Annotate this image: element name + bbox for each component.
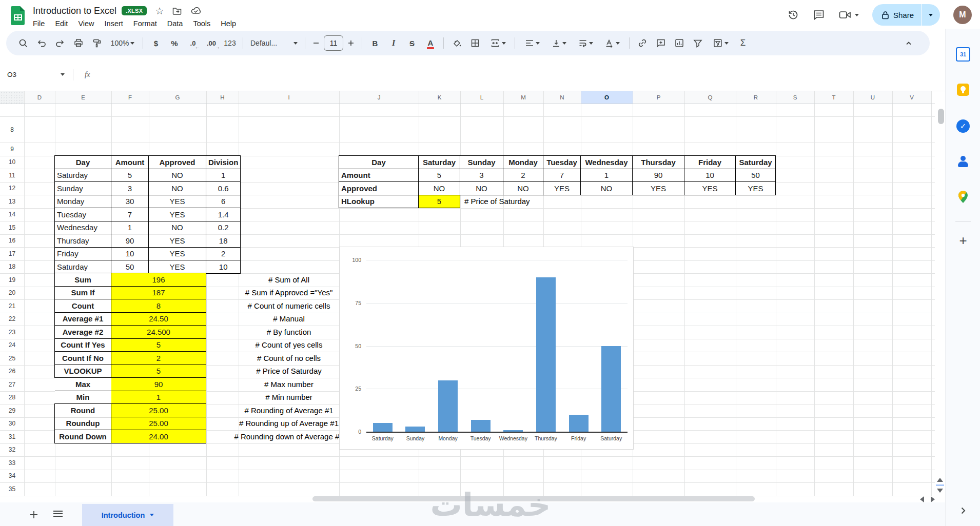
cell-comment[interactable]: # Count of no cells (239, 352, 339, 365)
header-cell[interactable]: Friday (684, 156, 736, 169)
insert-comment-icon[interactable] (652, 34, 670, 52)
summary-value[interactable]: 1 (111, 391, 206, 404)
header-cell[interactable]: Sunday (460, 156, 503, 169)
row-label[interactable]: Amount (339, 169, 419, 182)
row-header-26[interactable]: 26 (0, 365, 24, 378)
star-icon[interactable]: ☆ (155, 5, 164, 17)
menu-format[interactable]: Format (129, 18, 161, 29)
cell[interactable]: 50 (736, 169, 776, 182)
column-header-S[interactable]: S (776, 91, 814, 104)
menu-edit[interactable]: Edit (51, 18, 72, 29)
row-header-11[interactable]: 11 (0, 169, 24, 182)
cell[interactable]: Wednesday (55, 221, 111, 234)
cell[interactable]: 7 (111, 208, 149, 221)
add-sheet-button[interactable] (27, 508, 41, 522)
italic-icon[interactable]: I (385, 34, 402, 52)
cell[interactable]: 0.2 (206, 221, 241, 234)
borders-icon[interactable] (466, 34, 484, 52)
cell[interactable]: 90 (633, 169, 684, 182)
text-rotation-dropdown[interactable] (616, 42, 620, 45)
cell[interactable]: 7 (543, 169, 581, 182)
header-cell[interactable]: Day (55, 156, 111, 169)
embedded-chart[interactable]: 0255075100SaturdaySundayMondayTuesdayWed… (339, 247, 634, 450)
summary-label[interactable]: Sum If (55, 286, 111, 299)
cell[interactable]: 1.4 (206, 208, 241, 221)
move-folder-icon[interactable] (172, 6, 182, 16)
summary-label[interactable]: Average #1 (55, 312, 111, 326)
column-header-P[interactable]: P (633, 91, 684, 104)
summary-label[interactable]: Round Down (55, 430, 111, 443)
cell[interactable]: 10 (684, 169, 736, 182)
summary-value[interactable]: 8 (111, 299, 206, 313)
row-header-34[interactable]: 34 (0, 470, 24, 483)
scroll-up-arrow[interactable] (937, 478, 943, 482)
fill-color-icon[interactable] (448, 34, 465, 52)
filter-views-dropdown[interactable] (724, 42, 729, 45)
row-header-25[interactable]: 25 (0, 352, 24, 365)
cell[interactable]: NO (149, 221, 206, 234)
cell-comment[interactable]: # Price of Saturday (464, 195, 618, 208)
sheet-tab-introduction[interactable]: Introduction (82, 504, 173, 526)
cell[interactable]: 90 (111, 234, 149, 248)
cell[interactable]: 2 (206, 247, 241, 260)
column-header-M[interactable]: M (503, 91, 543, 104)
header-cell[interactable]: Wednesday (581, 156, 633, 169)
summary-label[interactable]: Round (55, 404, 111, 417)
row-header-14[interactable]: 14 (0, 208, 24, 221)
column-header-J[interactable]: J (339, 91, 419, 104)
tasks-icon[interactable]: ✓ (956, 119, 970, 133)
summary-label[interactable]: Average #2 (55, 326, 111, 339)
cell[interactable]: Thursday (55, 234, 111, 248)
cell[interactable]: YES (149, 247, 206, 260)
cell[interactable]: 30 (111, 195, 149, 208)
row-header-29[interactable]: 29 (0, 404, 24, 417)
print-icon[interactable] (70, 34, 87, 52)
row-header-35[interactable]: 35 (0, 482, 24, 496)
avatar[interactable]: M (953, 6, 972, 24)
insert-link-icon[interactable] (634, 34, 651, 52)
maps-icon[interactable] (957, 190, 969, 204)
summary-value[interactable]: 5 (111, 365, 206, 378)
vertical-align-dropdown[interactable] (562, 42, 566, 45)
cell[interactable]: YES (149, 195, 206, 208)
hide-side-panel-icon[interactable] (959, 507, 967, 515)
header-cell[interactable]: Thursday (633, 156, 684, 169)
hlookup-value[interactable]: 5 (419, 195, 460, 208)
summary-label[interactable]: Count If No (55, 352, 111, 365)
summary-value[interactable]: 196 (111, 273, 206, 287)
row-header-15[interactable]: 15 (0, 221, 24, 234)
row-header-28[interactable]: 28 (0, 391, 24, 404)
cell[interactable]: Sunday (55, 182, 111, 195)
row-header-32[interactable]: 32 (0, 443, 24, 457)
cell[interactable]: YES (149, 260, 206, 274)
cell[interactable]: 0.6 (206, 182, 241, 195)
header-cell[interactable]: Approved (149, 156, 206, 169)
hide-menus-icon[interactable] (900, 34, 917, 52)
summary-value[interactable]: 24.500 (111, 326, 206, 339)
text-rotation-icon[interactable] (599, 34, 625, 52)
cell[interactable]: Friday (55, 247, 111, 260)
create-filter-icon[interactable] (689, 34, 707, 52)
header-cell[interactable]: Monday (503, 156, 543, 169)
text-wrap-icon[interactable] (573, 34, 598, 52)
summary-value[interactable]: 24.50 (111, 312, 206, 326)
cell-comment[interactable]: # Manual (239, 312, 339, 326)
column-header-U[interactable]: U (853, 91, 892, 104)
all-sheets-button[interactable] (53, 511, 63, 518)
increase-decimal-icon[interactable]: .00→ (203, 34, 220, 52)
cell[interactable]: NO (419, 182, 460, 195)
cell[interactable]: Monday (55, 195, 111, 208)
insert-chart-icon[interactable] (671, 34, 688, 52)
get-addons-icon[interactable]: + (959, 233, 967, 249)
summary-label[interactable]: Min (55, 391, 111, 404)
select-all-corner[interactable] (0, 91, 24, 104)
cell-comment[interactable]: # Sum of All (239, 273, 339, 287)
cell[interactable]: NO (149, 169, 206, 182)
column-header-I[interactable]: I (239, 91, 339, 104)
cell[interactable]: NO (503, 182, 543, 195)
cell[interactable]: YES (633, 182, 684, 195)
summary-label[interactable]: Roundup (55, 417, 111, 430)
text-color-icon[interactable]: A (422, 34, 439, 52)
cell-comment[interactable]: # Max number (239, 378, 339, 391)
row-header-18[interactable]: 18 (0, 260, 24, 274)
